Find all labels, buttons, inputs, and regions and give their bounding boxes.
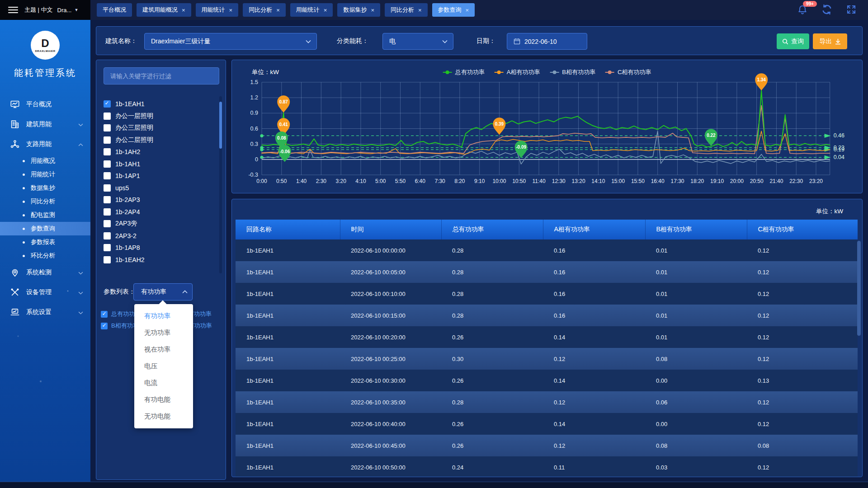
checkbox[interactable] [104,256,111,263]
close-icon[interactable]: × [418,7,422,13]
notifications-bell-icon[interactable]: 99+ [796,3,809,16]
energy-type-select[interactable]: 电 [382,33,453,50]
checkbox[interactable] [101,311,108,318]
tab-建筑用能概况[interactable]: 建筑用能概况× [137,3,191,17]
close-icon[interactable]: × [229,7,233,13]
device-item-2AP3旁[interactable]: 2AP3旁 [104,218,217,230]
checkbox[interactable] [104,208,111,216]
checkbox[interactable] [104,136,111,144]
tab-用能统计[interactable]: 用能统计× [290,3,333,17]
date-picker[interactable]: 2022-06-10 [507,33,587,50]
device-item-1b-1AP1[interactable]: 1b-1AP1 [104,170,217,182]
sidebar-subitem-数据集抄[interactable]: 数据集抄 [0,181,90,195]
sidebar-subitem-参数报表[interactable]: 参数报表 [0,235,90,249]
sidebar-subitem-同比分析[interactable]: 同比分析 [0,195,90,208]
sidebar-item-系统设置[interactable]: 系统设置 [0,302,90,322]
search-input[interactable] [104,67,219,84]
checkbox[interactable] [104,113,111,120]
checkbox[interactable] [104,244,111,251]
sidebar-subitem-环比分析[interactable]: 环比分析 [0,249,90,263]
legend-item-C相有功功率[interactable]: C相有功功率 [605,68,651,76]
x-axis-tick-label: 18:20 [690,178,704,184]
sidebar-subitem-用能统计[interactable]: 用能统计 [0,168,90,181]
energy-type-value: 电 [389,38,396,46]
device-item-1b-1AP8[interactable]: 1b-1AP8 [104,242,217,254]
theme-language-switch[interactable]: 主题 | 中文 [24,6,53,14]
table-cell: 0.13 [747,370,858,391]
legend-item-总有功功率[interactable]: 总有功功率 [443,68,485,76]
chevron-down-icon [442,40,448,43]
device-item-1b-2AP4[interactable]: 1b-2AP4 [104,206,217,218]
legend-item-B相有功功率[interactable]: B相有功功率 [550,68,595,76]
tab-平台概况[interactable]: 平台概况 [97,3,132,17]
dropdown-option-电流[interactable]: 电流 [134,375,193,391]
device-item-1b-2AP3[interactable]: 1b-2AP3 [104,194,217,206]
sidebar-subitem-参数查询[interactable]: 参数查询 [0,222,90,235]
checkbox[interactable] [104,160,111,168]
tab-同比分析[interactable]: 同比分析× [243,3,286,17]
checkbox[interactable] [101,323,108,329]
dropdown-option-电压[interactable]: 电压 [134,358,193,375]
sidebar-item-平台概况[interactable]: 平台概况 [0,94,90,114]
building-select[interactable]: Draexlmaier三级计量 [144,33,317,50]
profile-menu[interactable]: Dra... [57,7,72,14]
param-select[interactable]: 有功功率 [133,283,193,300]
close-icon[interactable]: × [466,7,469,13]
device-item-1b-1EAH1[interactable]: 1b-1EAH1 [104,98,217,110]
checkbox[interactable] [104,124,111,131]
refresh-icon[interactable] [820,3,834,16]
legend-marker-icon [550,70,559,74]
table-panel: 单位：kW 回路名称时间总有功功率A相有功功率B相有功功率C相有功功率 1b-1… [231,199,863,477]
device-item-1b-1AH1[interactable]: 1b-1AH1 [104,158,217,170]
table-cell: 0.00 [645,370,747,391]
device-item-2AP3-2[interactable]: 2AP3-2 [104,230,217,242]
notification-badge: 99+ [803,1,817,7]
hamburger-menu-icon[interactable] [8,7,18,13]
sidebar-item-建筑用能[interactable]: 建筑用能 [0,114,90,134]
sidebar-item-设备管理[interactable]: 设备管理 [0,282,90,302]
sidebar-item-系统检测[interactable]: 系统检测 [0,263,90,282]
dropdown-option-无功功率[interactable]: 无功功率 [134,324,193,341]
sidebar-item-支路用能[interactable]: 支路用能 [0,134,90,154]
sidebar-subitem-用能概况[interactable]: 用能概况 [0,154,90,168]
device-list-scrollbar-thumb[interactable] [219,102,222,149]
legend-label: C相有功功率 [618,68,651,76]
sidebar-subitem-配电监测[interactable]: 配电监测 [0,208,90,222]
device-item-ups5[interactable]: ups5 [104,182,217,194]
checkbox[interactable] [104,172,111,179]
close-icon[interactable]: × [182,7,185,13]
dropdown-option-有功功率[interactable]: 有功功率 [134,308,193,324]
export-button[interactable]: 导出 [813,33,847,49]
legend-item-A相有功功率[interactable]: A相有功功率 [495,68,540,76]
tab-同比分析[interactable]: 同比分析× [385,3,428,17]
checkbox[interactable] [104,220,111,227]
fullscreen-icon[interactable] [844,3,858,16]
pin-value-label: 0.41 [279,122,288,127]
checkbox[interactable] [104,184,111,192]
device-item-办公一层照明[interactable]: 办公一层照明 [104,110,217,122]
checkbox[interactable] [104,232,111,239]
device-item-办公二层照明[interactable]: 办公二层照明 [104,134,217,146]
checkbox[interactable] [104,148,111,155]
table-cell: 2022-06-10 00:30:00 [340,370,441,391]
close-icon[interactable]: × [276,7,280,13]
checkbox[interactable] [104,100,111,108]
close-icon[interactable]: × [371,7,374,13]
dropdown-option-视在功率[interactable]: 视在功率 [134,341,193,358]
tab-参数查询[interactable]: 参数查询× [432,3,475,17]
download-icon [835,38,841,45]
device-item-办公三层照明[interactable]: 办公三层照明 [104,122,217,134]
tab-用能统计[interactable]: 用能统计× [196,3,239,17]
device-item-1b-1EAH2[interactable]: 1b-1EAH2 [104,254,217,266]
energy-type-label: 分类能耗： [337,27,368,56]
table-scrollbar-thumb[interactable] [857,241,861,336]
dropdown-option-有功电能[interactable]: 有功电能 [134,391,193,408]
table-cell: 0.01 [645,261,747,283]
query-button[interactable]: 查询 [777,33,809,49]
close-icon[interactable]: × [324,7,327,13]
checkbox[interactable] [104,196,111,203]
dropdown-option-无功电能[interactable]: 无功电能 [134,408,193,425]
tab-数据集抄[interactable]: 数据集抄× [337,3,380,17]
device-item-1b-1AH2[interactable]: 1b-1AH2 [104,146,217,158]
sidebar-item-label: 系统设置 [26,308,52,316]
